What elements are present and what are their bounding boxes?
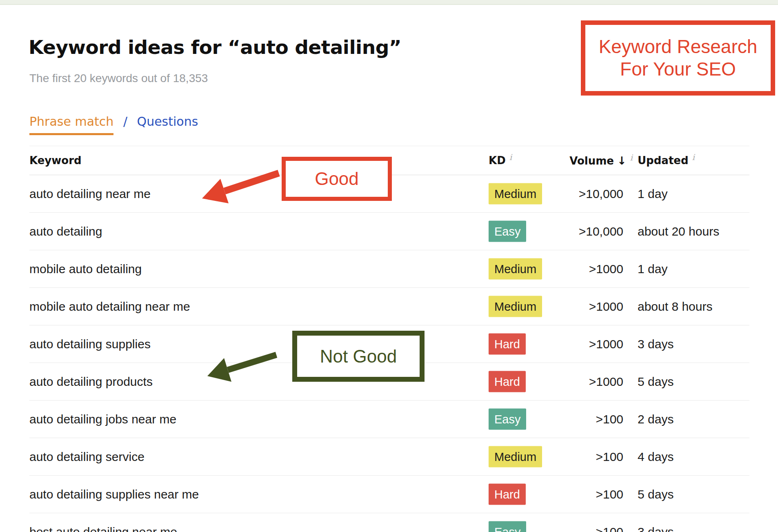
table-row: auto detailing jobs near me Easy >100 2 … [29,401,749,438]
updated-cell: 4 days [638,450,674,464]
volume-cell: >1000 [536,262,623,276]
kd-badge: Hard [489,371,526,392]
good-annotation-label: Good [315,169,359,189]
kd-badge: Medium [489,296,542,317]
tab-questions[interactable]: Questions [137,114,198,129]
updated-cell: 5 days [638,375,674,389]
table-row: mobile auto detailing Medium >1000 1 day [29,250,749,288]
table-row: auto detailing service Medium >100 4 day… [29,438,749,476]
page-title: Keyword ideas for “auto detailing” [29,36,401,58]
volume-cell: >1000 [536,300,623,314]
volume-cell: >100 [536,487,623,501]
updated-cell: 3 days [638,525,674,532]
col-header-kd[interactable]: KDi [489,154,512,167]
keyword-cell[interactable]: auto detailing supplies near me [29,487,199,501]
kd-badge: Easy [489,408,526,430]
tab-separator: / [123,114,127,129]
kd-cell: Easy [489,521,526,532]
kd-badge: Medium [489,446,542,467]
tabs: Phrase match / Questions [29,114,198,129]
top-strip [0,0,778,5]
kd-cell: Hard [489,483,526,505]
kd-cell: Easy [489,408,526,430]
volume-cell: >100 [536,525,623,532]
kd-badge: Easy [489,521,526,532]
col-header-keyword[interactable]: Keyword [29,154,82,167]
volume-cell: >100 [536,412,623,426]
keyword-cell[interactable]: best auto detailing near me [29,525,177,532]
promo-line2: For Your SEO [620,58,736,80]
col-header-volume-label: Volume [569,155,614,167]
col-header-kd-label: KD [489,154,506,167]
sort-desc-icon: ↓ [617,154,627,167]
table-row: auto detailing Easy >10,000 about 20 hou… [29,213,749,250]
volume-cell: >1000 [536,375,623,389]
keyword-cell[interactable]: auto detailing supplies [29,337,151,351]
info-icon[interactable]: i [630,153,633,162]
table-row: mobile auto detailing near me Medium >10… [29,288,749,325]
kd-cell: Hard [489,333,526,355]
kd-badge: Easy [489,220,526,242]
updated-cell: 1 day [638,262,667,276]
volume-cell: >10,000 [536,225,623,238]
kd-cell: Medium [489,296,542,317]
keyword-cell[interactable]: auto detailing [29,225,102,238]
volume-cell: >10,000 [536,187,623,201]
volume-cell: >100 [536,450,623,464]
keyword-cell[interactable]: auto detailing service [29,450,144,464]
updated-cell: 2 days [638,412,674,426]
updated-cell: 1 day [638,187,667,201]
keyword-cell[interactable]: auto detailing products [29,375,153,389]
kd-cell: Easy [489,220,526,242]
not-good-annotation-label: Not Good [320,346,397,367]
kd-cell: Medium [489,183,542,205]
kd-badge: Hard [489,333,526,355]
col-header-volume[interactable]: Volume↓i [515,154,633,167]
info-icon[interactable]: i [509,152,512,162]
keyword-cell[interactable]: mobile auto detailing [29,262,142,276]
kd-cell: Medium [489,446,542,467]
promo-annotation-box: Keyword Research For Your SEO [581,20,775,96]
keyword-cell[interactable]: mobile auto detailing near me [29,300,190,314]
keyword-cell[interactable]: auto detailing near me [29,187,151,201]
page-subtitle: The first 20 keywords out of 18,353 [29,72,208,85]
updated-cell: 3 days [638,337,674,351]
keyword-cell[interactable]: auto detailing jobs near me [29,412,176,426]
updated-cell: 5 days [638,487,674,501]
kd-badge: Medium [489,183,542,205]
volume-cell: >1000 [536,337,623,351]
updated-cell: about 8 hours [638,300,712,314]
kd-cell: Medium [489,258,542,280]
kd-badge: Hard [489,483,526,505]
promo-line1: Keyword Research [599,36,758,58]
info-icon[interactable]: i [692,152,695,162]
page: Keyword ideas for “auto detailing” The f… [0,0,778,532]
kd-badge: Medium [489,258,542,280]
tab-phrase-match[interactable]: Phrase match [29,114,113,135]
table-row: best auto detailing near me Easy >100 3 … [29,513,749,532]
good-annotation-box: Good [282,157,392,201]
table-row: auto detailing supplies near me Hard >10… [29,476,749,513]
not-good-annotation-box: Not Good [292,331,425,382]
col-header-updated-label: Updated [638,154,689,167]
updated-cell: about 20 hours [638,225,719,238]
col-header-updated[interactable]: Updatedi [638,154,695,167]
kd-cell: Hard [489,371,526,392]
